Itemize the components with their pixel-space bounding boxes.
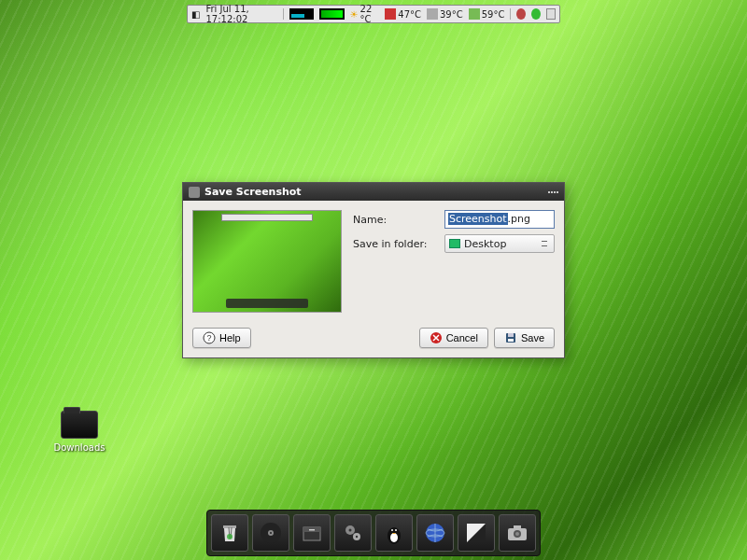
name-label: Name: [353,214,437,226]
tray-icon[interactable] [546,8,556,20]
chip-icon [385,8,396,20]
sun-icon: ☀ [350,9,359,20]
dialog-titlebar[interactable]: Save Screenshot [183,183,564,201]
svg-point-21 [395,529,397,531]
disc-icon [258,520,284,546]
help-button[interactable]: ? Help [192,328,251,348]
window-grip-icon [548,191,558,193]
globe-icon [422,520,448,546]
svg-point-17 [356,536,358,538]
svg-point-7 [227,534,233,539]
desktop-icon-label: Downloads [47,442,112,453]
trash-icon [217,520,243,546]
net-graph[interactable] [319,8,344,20]
svg-point-16 [349,529,352,532]
camera-icon [504,520,530,546]
apps-menu-icon[interactable]: ◧ [191,9,200,20]
sensor-3[interactable]: 59°C [469,8,505,20]
top-panel: ◧ Fri Jul 11, 17:12:02 ☀ 22 °C 47°C 39°C… [187,5,560,23]
svg-rect-13 [309,529,315,531]
svg-rect-4 [508,333,514,337]
folder-icon [61,411,98,439]
dock-trash[interactable] [211,514,248,552]
desktop-folder-icon [449,239,460,248]
dock-media[interactable] [375,514,413,552]
dialog-title: Save Screenshot [204,186,302,198]
svg-point-10 [270,532,272,534]
cancel-icon [430,331,443,344]
drawer-icon [299,520,325,546]
cancel-button[interactable]: Cancel [419,328,488,348]
dock-display[interactable] [458,514,495,552]
chip-icon [469,8,480,20]
svg-point-28 [515,532,519,536]
svg-rect-6 [223,525,236,528]
dock [206,510,541,556]
svg-rect-5 [508,339,514,342]
sensor-1[interactable]: 47°C [385,8,421,20]
dock-music[interactable] [252,514,289,552]
dock-settings[interactable] [334,514,372,552]
folder-dropdown[interactable]: Desktop [444,234,555,253]
penguin-icon [381,520,407,546]
svg-point-20 [391,529,393,531]
help-icon: ? [203,331,216,344]
sensor-2[interactable]: 39°C [427,8,463,20]
panel-separator [283,8,284,20]
panel-separator [510,8,511,20]
folder-label: Save in folder: [353,238,437,250]
dock-browser[interactable] [416,514,454,552]
filename-input[interactable]: Screenshot.png [444,210,555,229]
tray-icon[interactable] [516,8,526,20]
svg-point-19 [390,533,398,542]
clock[interactable]: Fri Jul 11, 17:12:02 [205,4,277,24]
desktop-icon-downloads[interactable]: Downloads [47,411,112,453]
contrast-icon [463,520,489,546]
weather-applet[interactable]: ☀ 22 °C [350,4,380,24]
window-icon [189,187,200,198]
screenshot-preview [192,210,342,313]
save-button[interactable]: Save [494,328,555,348]
svg-text:?: ? [206,333,211,343]
tray-icon[interactable] [531,8,541,20]
dock-files[interactable] [293,514,331,552]
gears-icon [340,520,366,546]
save-screenshot-dialog: Save Screenshot Name: Screenshot.png Sav… [182,182,565,358]
dock-screenshot[interactable] [499,514,536,552]
save-icon [504,331,517,344]
cpu-graph[interactable] [289,8,314,20]
chip-icon [427,8,438,20]
svg-rect-26 [514,525,521,529]
